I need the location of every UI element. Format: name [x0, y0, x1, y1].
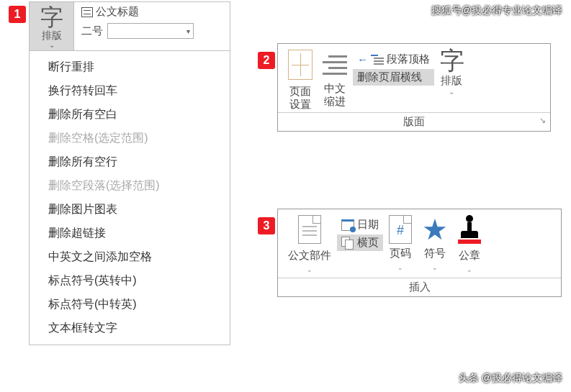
page-setup-button[interactable]: 页面 设置 [284, 48, 317, 112]
chevron-down-icon: ⌄ [432, 264, 438, 271]
page-setup-icon [288, 50, 313, 80]
watermark-top: 搜狐号@投必得专业论文编译 [431, 4, 562, 17]
indent-icon [323, 53, 347, 77]
typeset-menu: 断行重排换行符转回车删除所有空白删除空格(选定范围)删除所有空行删除空段落(选择… [30, 51, 230, 345]
landscape-page-label: 横页 [357, 236, 379, 250]
typeset-menu-item[interactable]: 删除超链接 [30, 222, 230, 245]
marker-2: 2 [258, 52, 275, 69]
typeset-label: 排版 [30, 29, 73, 41]
para-topformat-button[interactable]: ← 段落顶格 [353, 51, 434, 68]
arrow-left-icon: ← [357, 53, 368, 65]
para-topformat-label: 段落顶格 [387, 53, 430, 66]
typeset-dropdown-panel: 字 排版 ⌄ 公文标题 二号 ▾ 断行重排换行符转回车删除所有空白删除空格(选定… [29, 1, 230, 345]
chevron-down-icon: ⌄ [30, 41, 73, 49]
page-number-icon: # [389, 215, 412, 244]
marker-3: 3 [258, 217, 275, 234]
chevron-down-icon: ⌄ [440, 88, 463, 96]
typeset-menu-item[interactable]: 删除所有空白 [30, 103, 230, 127]
insert-date-button[interactable]: 日期 [337, 216, 383, 233]
typeset-menu-item[interactable]: 中英文之间添加空格 [30, 245, 230, 269]
title-icon [81, 7, 93, 17]
star-icon: ★ [422, 215, 448, 244]
calendar-icon [341, 219, 354, 231]
doc-title-button[interactable]: 公文标题 [81, 5, 222, 19]
doc-title-label: 公文标题 [96, 5, 139, 19]
symbol-button[interactable]: ★ 符号 ⌄ [418, 214, 452, 278]
typeset-menu-item[interactable]: 删除图片图表 [30, 198, 230, 222]
pages-icon [341, 237, 354, 250]
page-number-label: 页码 [390, 247, 411, 259]
typeset-menu-item: 删除空段落(选择范围) [30, 174, 230, 198]
typeset-button[interactable]: 字 排版 ⌄ [30, 2, 74, 50]
chevron-down-icon: ⌄ [307, 266, 313, 273]
typeset-menu-item[interactable]: 删除所有空行 [30, 150, 230, 174]
typeset-glyph: 字 [30, 5, 73, 29]
chevron-down-icon: ⌄ [467, 266, 472, 273]
typeset-label: 排版 [440, 74, 463, 88]
chevron-down-icon: ▾ [186, 27, 190, 35]
stamp-label: 公章 [459, 249, 480, 261]
typeset-menu-item[interactable]: 文本框转文字 [30, 316, 230, 340]
watermark-bottom: 头条 @投必得论文编译 [459, 372, 562, 385]
insert-ribbon-group: 公文部件 ⌄ 日期 横页 # 页码 ⌄ ★ 符号 ⌄ [277, 209, 562, 297]
typeset-menu-item[interactable]: 换行符转回车 [30, 79, 230, 103]
topformat-icon [371, 55, 384, 65]
delete-header-line-button[interactable]: 删除页眉横线 [353, 69, 434, 86]
doc-parts-button[interactable]: 公文部件 ⌄ [284, 214, 336, 278]
insert-date-label: 日期 [357, 218, 379, 232]
layout-ribbon-group: 页面 设置 中文 缩进 ← 段落顶格 删除页眉横线 字 排版 ⌄ 版面 ↘ [277, 43, 551, 132]
typeset-menu-item[interactable]: 标点符号(英转中) [30, 269, 230, 293]
typeset-menu-item: 删除空格(选定范围) [30, 127, 230, 150]
group-label-insert: 插入 [409, 281, 431, 293]
doc-icon [298, 215, 321, 244]
dialog-launcher-icon[interactable]: ↘ [539, 116, 546, 125]
fontsize-select[interactable]: ▾ [107, 23, 194, 39]
cn-indent-label: 中文 缩进 [323, 82, 347, 108]
fontsize-label: 二号 [81, 24, 103, 38]
marker-1: 1 [9, 6, 26, 23]
page-number-button[interactable]: # 页码 ⌄ [385, 214, 416, 278]
symbol-label: 符号 [424, 247, 446, 259]
stamp-icon [458, 215, 481, 244]
cn-indent-button[interactable]: 中文 缩进 [318, 48, 351, 112]
typeset-glyph: 字 [440, 48, 463, 74]
doc-parts-label: 公文部件 [288, 249, 331, 261]
typeset-menu-item[interactable]: 标点符号(中转英) [30, 293, 230, 316]
typeset-button-2[interactable]: 字 排版 ⌄ [436, 48, 467, 112]
page-setup-label: 页面 设置 [288, 85, 313, 111]
stamp-button[interactable]: 公章 ⌄ [454, 214, 485, 278]
typeset-menu-item[interactable]: 断行重排 [30, 55, 230, 79]
chevron-down-icon: ⌄ [397, 264, 403, 271]
landscape-page-button[interactable]: 横页 [337, 234, 383, 251]
delete-header-line-label: 删除页眉横线 [357, 70, 422, 84]
group-label-layout: 版面 [403, 115, 425, 127]
